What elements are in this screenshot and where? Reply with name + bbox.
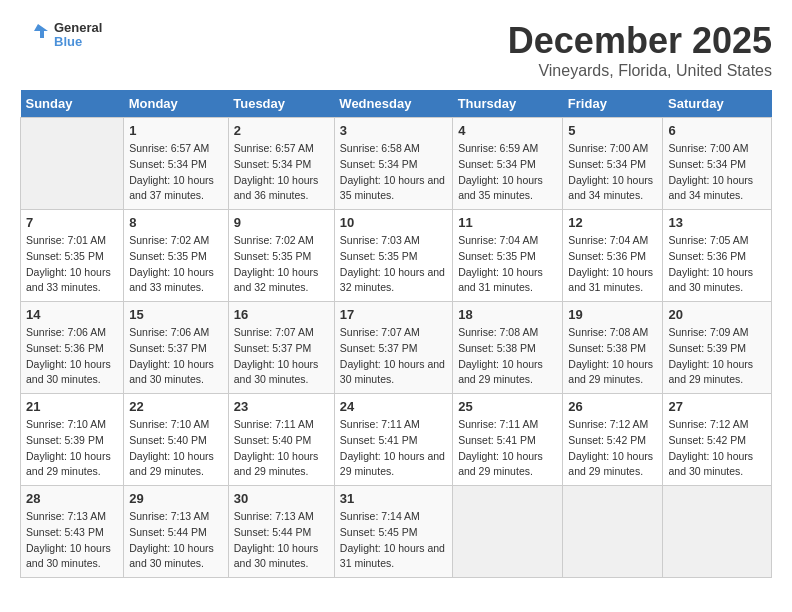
calendar-cell: 26Sunrise: 7:12 AMSunset: 5:42 PMDayligh… [563, 394, 663, 486]
day-info: Sunrise: 7:02 AMSunset: 5:35 PMDaylight:… [129, 233, 223, 296]
day-info: Sunrise: 7:10 AMSunset: 5:39 PMDaylight:… [26, 417, 118, 480]
day-info: Sunrise: 7:04 AMSunset: 5:36 PMDaylight:… [568, 233, 657, 296]
day-info: Sunrise: 7:11 AMSunset: 5:41 PMDaylight:… [458, 417, 557, 480]
day-info: Sunrise: 7:12 AMSunset: 5:42 PMDaylight:… [568, 417, 657, 480]
day-info: Sunrise: 7:08 AMSunset: 5:38 PMDaylight:… [568, 325, 657, 388]
day-number: 21 [26, 399, 118, 414]
svg-marker-0 [34, 24, 48, 38]
calendar-cell: 8Sunrise: 7:02 AMSunset: 5:35 PMDaylight… [124, 210, 229, 302]
calendar-cell: 29Sunrise: 7:13 AMSunset: 5:44 PMDayligh… [124, 486, 229, 578]
day-info: Sunrise: 7:06 AMSunset: 5:36 PMDaylight:… [26, 325, 118, 388]
header-day-thursday: Thursday [453, 90, 563, 118]
day-info: Sunrise: 7:05 AMSunset: 5:36 PMDaylight:… [668, 233, 766, 296]
header-day-monday: Monday [124, 90, 229, 118]
day-number: 5 [568, 123, 657, 138]
day-info: Sunrise: 7:12 AMSunset: 5:42 PMDaylight:… [668, 417, 766, 480]
day-number: 25 [458, 399, 557, 414]
day-number: 11 [458, 215, 557, 230]
page-subtitle: Vineyards, Florida, United States [508, 62, 772, 80]
calendar-cell: 17Sunrise: 7:07 AMSunset: 5:37 PMDayligh… [334, 302, 452, 394]
day-info: Sunrise: 7:10 AMSunset: 5:40 PMDaylight:… [129, 417, 223, 480]
day-info: Sunrise: 7:13 AMSunset: 5:43 PMDaylight:… [26, 509, 118, 572]
day-number: 7 [26, 215, 118, 230]
day-number: 22 [129, 399, 223, 414]
header-day-saturday: Saturday [663, 90, 772, 118]
day-info: Sunrise: 7:13 AMSunset: 5:44 PMDaylight:… [129, 509, 223, 572]
calendar-cell [563, 486, 663, 578]
day-number: 13 [668, 215, 766, 230]
day-number: 8 [129, 215, 223, 230]
calendar-cell: 12Sunrise: 7:04 AMSunset: 5:36 PMDayligh… [563, 210, 663, 302]
day-number: 15 [129, 307, 223, 322]
logo-bird-icon [20, 20, 50, 50]
day-number: 2 [234, 123, 329, 138]
header-day-wednesday: Wednesday [334, 90, 452, 118]
title-area: December 2025 Vineyards, Florida, United… [508, 20, 772, 80]
day-info: Sunrise: 7:03 AMSunset: 5:35 PMDaylight:… [340, 233, 447, 296]
calendar-cell: 24Sunrise: 7:11 AMSunset: 5:41 PMDayligh… [334, 394, 452, 486]
calendar-cell: 25Sunrise: 7:11 AMSunset: 5:41 PMDayligh… [453, 394, 563, 486]
day-number: 4 [458, 123, 557, 138]
day-number: 10 [340, 215, 447, 230]
day-info: Sunrise: 7:00 AMSunset: 5:34 PMDaylight:… [668, 141, 766, 204]
calendar-cell: 28Sunrise: 7:13 AMSunset: 5:43 PMDayligh… [21, 486, 124, 578]
day-number: 19 [568, 307, 657, 322]
day-info: Sunrise: 7:02 AMSunset: 5:35 PMDaylight:… [234, 233, 329, 296]
day-number: 1 [129, 123, 223, 138]
calendar-cell [663, 486, 772, 578]
logo: General Blue [20, 20, 102, 50]
day-info: Sunrise: 7:11 AMSunset: 5:41 PMDaylight:… [340, 417, 447, 480]
day-number: 27 [668, 399, 766, 414]
calendar-cell: 5Sunrise: 7:00 AMSunset: 5:34 PMDaylight… [563, 118, 663, 210]
calendar-week-row: 7Sunrise: 7:01 AMSunset: 5:35 PMDaylight… [21, 210, 772, 302]
page-title: December 2025 [508, 20, 772, 62]
day-number: 3 [340, 123, 447, 138]
day-number: 14 [26, 307, 118, 322]
calendar-cell: 14Sunrise: 7:06 AMSunset: 5:36 PMDayligh… [21, 302, 124, 394]
calendar-cell [453, 486, 563, 578]
calendar-cell: 16Sunrise: 7:07 AMSunset: 5:37 PMDayligh… [228, 302, 334, 394]
day-number: 6 [668, 123, 766, 138]
day-info: Sunrise: 6:57 AMSunset: 5:34 PMDaylight:… [129, 141, 223, 204]
calendar-header-row: SundayMondayTuesdayWednesdayThursdayFrid… [21, 90, 772, 118]
day-number: 28 [26, 491, 118, 506]
calendar-cell: 21Sunrise: 7:10 AMSunset: 5:39 PMDayligh… [21, 394, 124, 486]
calendar-week-row: 21Sunrise: 7:10 AMSunset: 5:39 PMDayligh… [21, 394, 772, 486]
header-day-sunday: Sunday [21, 90, 124, 118]
calendar-cell: 9Sunrise: 7:02 AMSunset: 5:35 PMDaylight… [228, 210, 334, 302]
day-number: 29 [129, 491, 223, 506]
day-info: Sunrise: 7:07 AMSunset: 5:37 PMDaylight:… [234, 325, 329, 388]
day-info: Sunrise: 7:13 AMSunset: 5:44 PMDaylight:… [234, 509, 329, 572]
calendar-cell: 10Sunrise: 7:03 AMSunset: 5:35 PMDayligh… [334, 210, 452, 302]
day-info: Sunrise: 7:08 AMSunset: 5:38 PMDaylight:… [458, 325, 557, 388]
header-day-friday: Friday [563, 90, 663, 118]
day-number: 12 [568, 215, 657, 230]
day-number: 20 [668, 307, 766, 322]
calendar-cell: 20Sunrise: 7:09 AMSunset: 5:39 PMDayligh… [663, 302, 772, 394]
day-number: 18 [458, 307, 557, 322]
calendar-table: SundayMondayTuesdayWednesdayThursdayFrid… [20, 90, 772, 578]
calendar-cell: 2Sunrise: 6:57 AMSunset: 5:34 PMDaylight… [228, 118, 334, 210]
day-number: 16 [234, 307, 329, 322]
calendar-cell: 1Sunrise: 6:57 AMSunset: 5:34 PMDaylight… [124, 118, 229, 210]
calendar-week-row: 1Sunrise: 6:57 AMSunset: 5:34 PMDaylight… [21, 118, 772, 210]
logo-blue: Blue [54, 35, 102, 49]
calendar-cell: 3Sunrise: 6:58 AMSunset: 5:34 PMDaylight… [334, 118, 452, 210]
day-number: 24 [340, 399, 447, 414]
calendar-cell: 6Sunrise: 7:00 AMSunset: 5:34 PMDaylight… [663, 118, 772, 210]
calendar-cell: 23Sunrise: 7:11 AMSunset: 5:40 PMDayligh… [228, 394, 334, 486]
day-number: 23 [234, 399, 329, 414]
calendar-cell: 18Sunrise: 7:08 AMSunset: 5:38 PMDayligh… [453, 302, 563, 394]
day-info: Sunrise: 7:11 AMSunset: 5:40 PMDaylight:… [234, 417, 329, 480]
day-number: 26 [568, 399, 657, 414]
day-info: Sunrise: 6:57 AMSunset: 5:34 PMDaylight:… [234, 141, 329, 204]
calendar-cell [21, 118, 124, 210]
day-info: Sunrise: 7:09 AMSunset: 5:39 PMDaylight:… [668, 325, 766, 388]
day-info: Sunrise: 7:06 AMSunset: 5:37 PMDaylight:… [129, 325, 223, 388]
logo-general: General [54, 21, 102, 35]
day-info: Sunrise: 6:58 AMSunset: 5:34 PMDaylight:… [340, 141, 447, 204]
calendar-week-row: 14Sunrise: 7:06 AMSunset: 5:36 PMDayligh… [21, 302, 772, 394]
calendar-cell: 31Sunrise: 7:14 AMSunset: 5:45 PMDayligh… [334, 486, 452, 578]
calendar-week-row: 28Sunrise: 7:13 AMSunset: 5:43 PMDayligh… [21, 486, 772, 578]
day-number: 17 [340, 307, 447, 322]
